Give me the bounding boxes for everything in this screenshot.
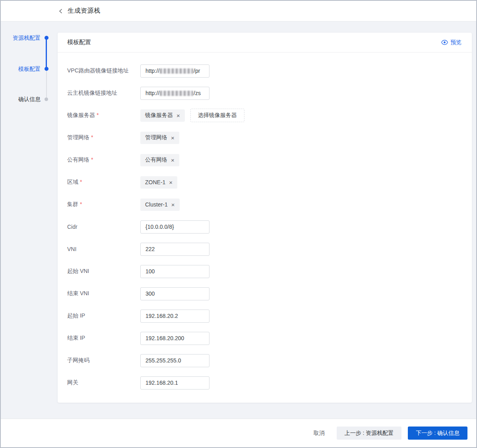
text-input[interactable] <box>140 376 209 390</box>
stepper-connector-todo <box>46 69 47 99</box>
field-control <box>140 265 209 278</box>
selected-tag: Cluster-1× <box>140 199 180 211</box>
selected-tag: 管理网络× <box>140 132 179 144</box>
field-label: 管理网络* <box>67 134 140 141</box>
remove-tag-icon[interactable]: × <box>171 202 175 208</box>
form-row: 公有网络*公有网络× <box>67 153 462 167</box>
field-control <box>140 354 209 367</box>
field-label: 起始 VNI <box>67 268 140 275</box>
field-control: http:///zs <box>140 87 209 100</box>
stepper: 资源栈配置模板配置确认信息 <box>1 21 58 141</box>
form-row: VPC路由器镜像链接地址http:///pr <box>67 64 462 78</box>
field-control <box>140 243 209 256</box>
required-asterisk: * <box>97 112 99 118</box>
tag-label: 公有网络 <box>145 156 167 164</box>
text-input[interactable] <box>140 354 209 367</box>
form-row: 起始 IP <box>67 309 462 323</box>
tag-label: 镜像服务器 <box>145 112 173 119</box>
next-step-button[interactable]: 下一步 : 确认信息 <box>408 427 467 440</box>
field-control: Cluster-1× <box>140 199 180 211</box>
stepper-item-3[interactable]: 确认信息 <box>18 95 41 103</box>
field-control: 管理网络× <box>140 132 179 144</box>
remove-tag-icon[interactable]: × <box>171 135 175 141</box>
form-row: 管理网络*管理网络× <box>67 131 462 144</box>
field-control: 镜像服务器×选择镜像服务器 <box>140 109 244 122</box>
cancel-button[interactable]: 取消 <box>311 427 327 440</box>
field-control: http:///pr <box>140 64 209 78</box>
app-window: 生成资源栈 资源栈配置模板配置确认信息 模板配置 预览 VPC路由器镜像链接地址… <box>0 0 477 448</box>
back-button[interactable] <box>58 8 63 14</box>
stepper-dot-2 <box>45 67 48 71</box>
eye-icon <box>441 40 448 45</box>
form-row: 起始 VNI <box>67 265 462 278</box>
masked-url-input[interactable]: http:///zs <box>140 87 209 100</box>
prev-step-button[interactable]: 上一步 : 资源栈配置 <box>337 427 402 440</box>
form-row: 结束 IP <box>67 331 462 345</box>
form-row: 子网掩码 <box>67 354 462 367</box>
form-row: 区域*ZONE-1× <box>67 175 462 189</box>
required-asterisk: * <box>91 134 93 140</box>
url-prefix: http:// <box>145 90 159 96</box>
field-label: 镜像服务器* <box>67 112 140 119</box>
tag-label: Cluster-1 <box>145 201 168 208</box>
field-control <box>140 220 209 234</box>
selected-tag: ZONE-1× <box>140 176 177 189</box>
stepper-item-2[interactable]: 模板配置 <box>18 65 41 73</box>
panel-title: 模板配置 <box>67 39 91 46</box>
masked-url-input[interactable]: http:///pr <box>140 64 209 78</box>
field-control <box>140 287 209 300</box>
stepper-dot-3 <box>45 97 48 101</box>
remove-tag-icon[interactable]: × <box>176 113 180 119</box>
footer-bar: 取消 上一步 : 资源栈配置 下一步 : 确认信息 <box>1 419 476 447</box>
field-control: 公有网络× <box>140 154 179 166</box>
stepper-dot-1 <box>45 36 48 40</box>
form-row: Cidr <box>67 220 462 234</box>
chevron-left-icon <box>58 8 63 14</box>
field-label: 起始 IP <box>67 312 140 319</box>
selected-tag: 镜像服务器× <box>140 109 185 122</box>
field-label: 区域* <box>67 179 140 186</box>
tag-label: 管理网络 <box>145 134 167 141</box>
required-asterisk: * <box>91 156 93 163</box>
tag-label: ZONE-1 <box>145 179 165 185</box>
field-label: 网关 <box>67 379 140 386</box>
field-label: 结束 VNI <box>67 290 140 297</box>
form-row: 云主机镜像链接地址http:///zs <box>67 86 462 100</box>
text-input[interactable] <box>140 310 209 323</box>
blurred-url-segment <box>160 91 193 96</box>
required-asterisk: * <box>80 179 82 185</box>
remove-tag-icon[interactable]: × <box>169 179 173 185</box>
form-rows: VPC路由器镜像链接地址http:///pr云主机镜像链接地址http:///z… <box>58 53 472 390</box>
select-image-server-button[interactable]: 选择镜像服务器 <box>190 109 244 122</box>
field-control: ZONE-1× <box>140 176 177 189</box>
text-input[interactable] <box>140 243 209 256</box>
field-control <box>140 376 209 390</box>
template-config-panel: 模板配置 预览 VPC路由器镜像链接地址http:///pr云主机镜像链接地址h… <box>58 33 472 403</box>
form-row: 网关 <box>67 376 462 390</box>
url-prefix: http:// <box>145 68 159 74</box>
form-row: 镜像服务器*镜像服务器×选择镜像服务器 <box>67 109 462 122</box>
remove-tag-icon[interactable]: × <box>171 157 175 163</box>
form-row: 集群*Cluster-1× <box>67 198 462 211</box>
field-control <box>140 310 209 323</box>
text-input[interactable] <box>140 332 209 345</box>
field-control <box>140 332 209 345</box>
field-label: 云主机镜像链接地址 <box>67 90 140 97</box>
text-input[interactable] <box>140 220 209 234</box>
field-label: VNI <box>67 246 140 252</box>
stepper-item-1[interactable]: 资源栈配置 <box>13 34 41 42</box>
form-row: 结束 VNI <box>67 287 462 300</box>
page-title: 生成资源栈 <box>68 7 101 15</box>
field-label: 结束 IP <box>67 335 140 342</box>
top-header: 生成资源栈 <box>1 1 476 21</box>
preview-label: 预览 <box>450 39 461 46</box>
field-label: 子网掩码 <box>67 357 140 364</box>
url-suffix: /pr <box>194 68 200 74</box>
form-row: VNI <box>67 242 462 256</box>
text-input[interactable] <box>140 265 209 278</box>
blurred-url-segment <box>160 68 193 74</box>
preview-link[interactable]: 预览 <box>441 39 461 46</box>
field-label: VPC路由器镜像链接地址 <box>67 67 140 74</box>
text-input[interactable] <box>140 287 209 300</box>
stepper-connector-done <box>46 38 47 69</box>
